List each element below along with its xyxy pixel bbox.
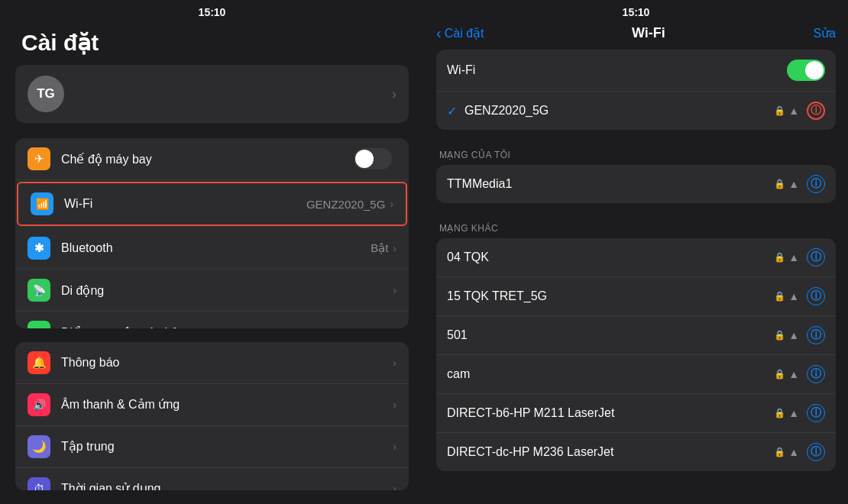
hotspot-item[interactable]: ⊕ Điểm truy cập cá nhân › bbox=[15, 312, 409, 328]
connected-info-button[interactable]: ⓘ bbox=[807, 102, 825, 120]
right-panel: 15:10 ‹ Cài đặt Wi-Fi Sửa Wi-Fi ✓ GENZ20… bbox=[424, 0, 848, 504]
network-item-cam[interactable]: cam 🔒 ▲ ⓘ bbox=[436, 355, 836, 394]
right-page-title: Wi-Fi bbox=[632, 25, 665, 41]
profile-card[interactable]: TG › bbox=[15, 65, 409, 123]
my-networks-section: MẠNG CỦA TÔI TTMMedia1 🔒 ▲ ⓘ bbox=[436, 145, 836, 203]
right-time: 15:10 bbox=[623, 6, 650, 18]
network-item-direct-dc[interactable]: DIRECT-dc-HP M236 LaserJet 🔒 ▲ ⓘ bbox=[436, 433, 836, 471]
my-network-info-button[interactable]: ⓘ bbox=[807, 175, 825, 193]
airplane-toggle[interactable] bbox=[354, 148, 392, 170]
profile-chevron-icon: › bbox=[392, 86, 396, 102]
airplane-mode-item[interactable]: ✈ Chế độ máy bay bbox=[15, 138, 409, 180]
notifications-icon-box: 🔔 bbox=[28, 351, 50, 374]
wifi-toggle-item[interactable]: Wi-Fi bbox=[436, 50, 836, 92]
settings-group-2: 🔔 Thông báo › 🔊 Âm thanh & Cảm ứng › 🌙 T… bbox=[15, 342, 409, 490]
checkmark-icon: ✓ bbox=[447, 104, 457, 118]
mobile-item[interactable]: 📡 Di động › bbox=[15, 270, 409, 312]
page-title: Cài đặt bbox=[15, 21, 409, 65]
info-btn-direct-b6[interactable]: ⓘ bbox=[807, 404, 825, 422]
my-info-icon: ⓘ bbox=[811, 177, 821, 191]
right-status-bar: 15:10 bbox=[424, 0, 848, 21]
back-chevron-icon: ‹ bbox=[436, 24, 442, 42]
settings-group-1: ✈ Chế độ máy bay 📶 Wi-Fi GENZ2020_5G › ✱ bbox=[15, 138, 409, 328]
sounds-item[interactable]: 🔊 Âm thanh & Cảm ứng › bbox=[15, 384, 409, 426]
wifi-signal-icon: ▲ bbox=[788, 105, 799, 117]
network-ssid-cam: cam bbox=[447, 367, 774, 381]
left-panel: 15:10 Cài đặt TG › ✈ Chế độ máy bay 📶 bbox=[0, 0, 424, 504]
back-button[interactable]: ‹ Cài đặt bbox=[436, 24, 484, 42]
wifi-label: Wi-Fi bbox=[64, 197, 306, 211]
other-networks-card: 04 TQK 🔒 ▲ ⓘ 15 TQK TRET_5G 🔒 ▲ ⓘ 501 🔒 … bbox=[436, 238, 836, 471]
focus-icon: 🌙 bbox=[32, 440, 47, 454]
wifi-icon-cam: ▲ bbox=[788, 368, 799, 380]
info-btn-direct-dc[interactable]: ⓘ bbox=[807, 443, 825, 461]
mobile-icon: 📡 bbox=[33, 284, 46, 296]
wifi-icon-direct-b6: ▲ bbox=[788, 407, 799, 419]
wifi-icon-box: 📶 bbox=[31, 192, 53, 215]
edit-button[interactable]: Sửa bbox=[813, 26, 836, 40]
screentime-chevron-icon: › bbox=[393, 483, 396, 490]
info-btn-15tqk[interactable]: ⓘ bbox=[807, 287, 825, 305]
info-btn-04tqk[interactable]: ⓘ bbox=[807, 248, 825, 267]
profile-left: TG bbox=[28, 76, 64, 112]
bluetooth-icon: ✱ bbox=[34, 241, 44, 255]
screentime-icon-box: ⏱ bbox=[28, 477, 50, 490]
screentime-icon: ⏱ bbox=[34, 483, 44, 490]
back-label: Cài đặt bbox=[445, 26, 484, 40]
wifi-icon-15tqk: ▲ bbox=[788, 290, 799, 302]
network-item-04tqk[interactable]: 04 TQK 🔒 ▲ ⓘ bbox=[436, 238, 836, 277]
wifi-icon: 📶 bbox=[36, 198, 49, 210]
wifi-toggle-label: Wi-Fi bbox=[447, 63, 787, 77]
bluetooth-item[interactable]: ✱ Bluetooth Bật › bbox=[15, 228, 409, 270]
network-item-501[interactable]: 501 🔒 ▲ ⓘ bbox=[436, 316, 836, 355]
wifi-icon-direct-dc: ▲ bbox=[788, 446, 799, 458]
wifi-toggle-card: Wi-Fi ✓ GENZ2020_5G 🔒 ▲ ⓘ bbox=[436, 50, 836, 130]
wifi-icon-04tqk: ▲ bbox=[788, 251, 799, 263]
info-btn-501[interactable]: ⓘ bbox=[807, 326, 825, 344]
bluetooth-label: Bluetooth bbox=[61, 241, 371, 255]
hotspot-icon-box: ⊕ bbox=[28, 321, 50, 328]
lock-icon-direct-b6: 🔒 bbox=[774, 408, 785, 418]
wifi-item[interactable]: 📶 Wi-Fi GENZ2020_5G › bbox=[18, 183, 406, 225]
mobile-label: Di động bbox=[61, 283, 393, 298]
notifications-chevron-icon: › bbox=[393, 357, 396, 369]
focus-icon-box: 🌙 bbox=[28, 435, 50, 458]
hotspot-icon: ⊕ bbox=[34, 325, 44, 328]
notifications-item[interactable]: 🔔 Thông báo › bbox=[15, 342, 409, 384]
network-item-15tqk[interactable]: 15 TQK TRET_5G 🔒 ▲ ⓘ bbox=[436, 277, 836, 316]
airplane-label: Chế độ máy bay bbox=[61, 152, 354, 166]
wifi-value: GENZ2020_5G bbox=[306, 198, 385, 211]
lock-icon-direct-dc: 🔒 bbox=[774, 447, 785, 457]
left-time: 15:10 bbox=[199, 6, 226, 18]
lock-icon-04tqk: 🔒 bbox=[774, 252, 785, 263]
airplane-icon-box: ✈ bbox=[28, 147, 50, 170]
wifi-settings-content: Wi-Fi ✓ GENZ2020_5G 🔒 ▲ ⓘ MẠNG CỦA TÔI bbox=[424, 50, 848, 504]
notifications-label: Thông báo bbox=[61, 356, 393, 370]
sounds-label: Âm thanh & Cảm ứng bbox=[61, 397, 393, 412]
lock-icon: 🔒 bbox=[774, 105, 785, 116]
bluetooth-value: Bật bbox=[371, 241, 388, 255]
wifi-toggle-switch[interactable] bbox=[787, 60, 825, 81]
nav-bar: ‹ Cài đặt Wi-Fi Sửa bbox=[424, 21, 848, 50]
connected-network-item[interactable]: ✓ GENZ2020_5G 🔒 ▲ ⓘ bbox=[436, 92, 836, 130]
connected-ssid-label: GENZ2020_5G bbox=[464, 104, 774, 118]
wifi-chevron-icon: › bbox=[390, 198, 393, 210]
network-ssid-501: 501 bbox=[447, 328, 774, 342]
network-ssid-direct-b6: DIRECT-b6-HP M211 LaserJet bbox=[447, 406, 774, 420]
my-networks-label: MẠNG CỦA TÔI bbox=[436, 145, 836, 165]
hotspot-chevron-icon: › bbox=[393, 326, 396, 328]
lock-icon-cam: 🔒 bbox=[774, 369, 785, 380]
info-btn-cam[interactable]: ⓘ bbox=[807, 365, 825, 383]
left-status-bar: 15:10 bbox=[15, 0, 409, 21]
screentime-item[interactable]: ⏱ Thời gian sử dụng › bbox=[15, 468, 409, 490]
focus-chevron-icon: › bbox=[393, 441, 396, 453]
lock-icon-15tqk: 🔒 bbox=[774, 291, 785, 302]
network-item-direct-b6[interactable]: DIRECT-b6-HP M211 LaserJet 🔒 ▲ ⓘ bbox=[436, 394, 836, 433]
network-ssid-15tqk: 15 TQK TRET_5G bbox=[447, 289, 774, 303]
my-network-item-ttmmedia1[interactable]: TTMMedia1 🔒 ▲ ⓘ bbox=[436, 165, 836, 203]
focus-item[interactable]: 🌙 Tập trung › bbox=[15, 426, 409, 468]
notifications-icon: 🔔 bbox=[32, 356, 47, 370]
bluetooth-icon-box: ✱ bbox=[28, 237, 50, 260]
other-networks-label: MẠNG KHÁC bbox=[436, 218, 836, 238]
network-ssid-direct-dc: DIRECT-dc-HP M236 LaserJet bbox=[447, 445, 774, 459]
